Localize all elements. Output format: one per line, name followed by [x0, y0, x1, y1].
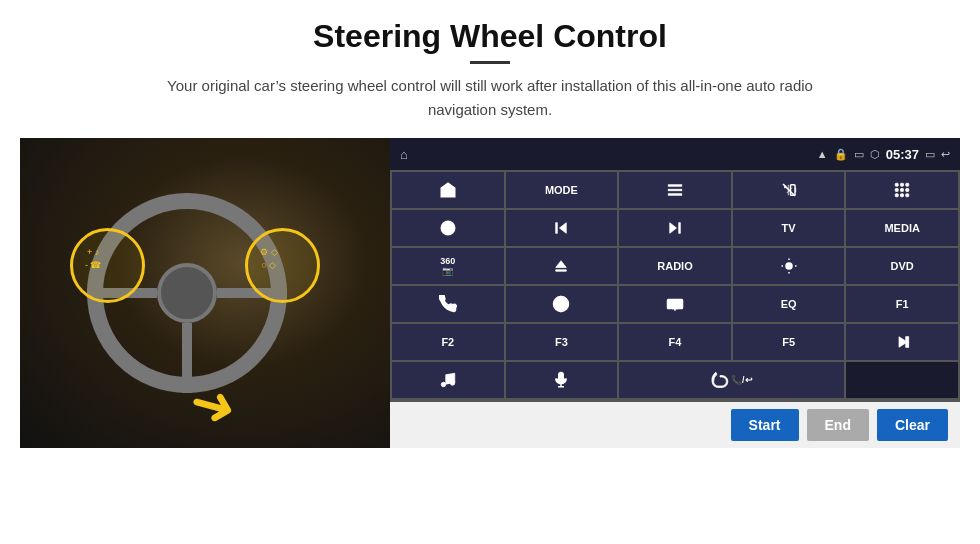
play-pause-button[interactable] — [846, 324, 958, 360]
mic-button[interactable] — [506, 362, 618, 398]
svg-rect-2 — [668, 194, 682, 196]
svg-rect-0 — [668, 185, 682, 187]
svg-rect-17 — [679, 223, 681, 234]
page-title: Steering Wheel Control — [313, 18, 667, 55]
content-row: + ♪ - ☎ ⚙ ◇ ○ ◇ ➜ ⌂ ▲ 🔒 — [20, 138, 960, 448]
media-button[interactable]: MEDIA — [846, 210, 958, 246]
f5-button[interactable]: F5 — [733, 324, 845, 360]
page-wrapper: Steering Wheel Control Your original car… — [0, 0, 980, 544]
phone-button[interactable] — [392, 286, 504, 322]
svg-rect-11 — [895, 194, 898, 197]
svg-rect-8 — [895, 189, 898, 192]
list-button[interactable] — [619, 172, 731, 208]
status-left: ⌂ — [400, 147, 408, 162]
status-bar: ⌂ ▲ 🔒 ▭ ⬡ 05:37 ▭ ↩ — [390, 138, 960, 170]
svg-point-18 — [786, 263, 792, 269]
svg-rect-7 — [906, 183, 909, 186]
svg-rect-9 — [901, 189, 904, 192]
f4-button[interactable]: F4 — [619, 324, 731, 360]
end-button[interactable]: End — [807, 409, 869, 441]
brightness-button[interactable] — [733, 248, 845, 284]
svg-rect-28 — [907, 337, 909, 348]
svg-rect-13 — [906, 194, 909, 197]
tv-button[interactable]: TV — [733, 210, 845, 246]
svg-rect-5 — [895, 183, 898, 186]
bottom-action-bar: Start End Clear — [390, 402, 960, 448]
svg-point-15 — [441, 221, 455, 235]
home-button[interactable] — [392, 172, 504, 208]
f1-button[interactable]: F1 — [846, 286, 958, 322]
navi-button[interactable] — [506, 286, 618, 322]
android-panel: ⌂ ▲ 🔒 ▭ ⬡ 05:37 ▭ ↩ MO — [390, 138, 960, 448]
svg-rect-10 — [906, 189, 909, 192]
svg-line-4 — [783, 184, 795, 196]
screen-icon: ▭ — [925, 148, 935, 161]
empty-r6c4 — [846, 362, 958, 398]
svg-rect-1 — [668, 189, 682, 191]
svg-rect-16 — [556, 223, 558, 234]
home-status-icon: ⌂ — [400, 147, 408, 162]
eject-button[interactable] — [506, 248, 618, 284]
back-status-icon: ↩ — [941, 148, 950, 161]
screen-mirror-button[interactable] — [619, 286, 731, 322]
f3-button[interactable]: F3 — [506, 324, 618, 360]
next-button[interactable] — [619, 210, 731, 246]
steering-wheel-image: + ♪ - ☎ ⚙ ◇ ○ ◇ ➜ — [20, 138, 390, 448]
status-time: 05:37 — [886, 147, 919, 162]
start-button[interactable]: Start — [731, 409, 799, 441]
mode-button[interactable]: MODE — [506, 172, 618, 208]
lock-icon: 🔒 — [834, 148, 848, 161]
page-subtitle: Your original car’s steering wheel contr… — [150, 74, 830, 122]
mute-button[interactable] — [733, 172, 845, 208]
svg-point-29 — [441, 382, 446, 387]
clear-button[interactable]: Clear — [877, 409, 948, 441]
music-button[interactable] — [392, 362, 504, 398]
svg-rect-12 — [901, 194, 904, 197]
radio-button[interactable]: RADIO — [619, 248, 731, 284]
svg-rect-6 — [901, 183, 904, 186]
camera-360-button[interactable]: 360📷 — [392, 248, 504, 284]
control-grid: MODE — [390, 170, 960, 402]
settings-button[interactable] — [392, 210, 504, 246]
dvd-button[interactable]: DVD — [846, 248, 958, 284]
wifi-icon: ▲ — [817, 148, 828, 160]
svg-point-30 — [450, 381, 455, 386]
bt-icon: ⬡ — [870, 148, 880, 161]
status-center: ▲ 🔒 ▭ ⬡ 05:37 ▭ ↩ — [817, 147, 950, 162]
svg-rect-24 — [667, 300, 682, 309]
eq-button[interactable]: EQ — [733, 286, 845, 322]
sd-icon: ▭ — [854, 148, 864, 161]
prev-button[interactable] — [506, 210, 618, 246]
title-divider — [470, 61, 510, 64]
call-button[interactable]: 📞/↩ — [619, 362, 844, 398]
apps-button[interactable] — [846, 172, 958, 208]
f2-button[interactable]: F2 — [392, 324, 504, 360]
